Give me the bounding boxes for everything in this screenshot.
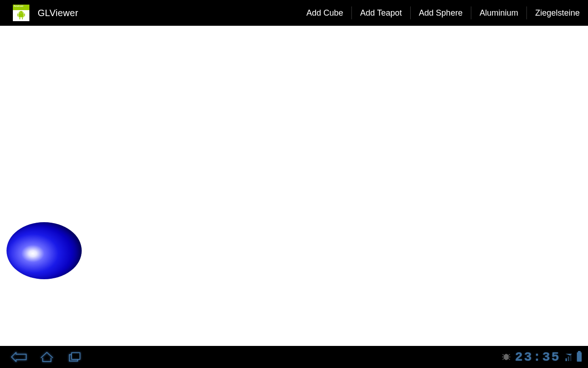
status-area[interactable]: 23:35 [501, 350, 588, 364]
add-cube-button[interactable]: Add Cube [298, 0, 351, 26]
wifi-icon [564, 352, 573, 362]
battery-icon [577, 352, 582, 362]
clock: 23:35 [515, 350, 560, 364]
app-icon-label: Android [13, 5, 29, 10]
svg-rect-1 [17, 13, 18, 16]
back-button[interactable] [6, 348, 32, 366]
svg-rect-10 [565, 358, 567, 361]
nav-buttons [6, 348, 87, 366]
system-bar: 23:35 [0, 346, 588, 368]
svg-point-9 [504, 354, 508, 360]
svg-rect-4 [22, 17, 23, 20]
back-icon [11, 351, 28, 363]
home-button[interactable] [34, 348, 60, 366]
add-sphere-button[interactable]: Add Sphere [411, 0, 471, 26]
android-icon [16, 10, 26, 20]
recent-apps-icon [66, 351, 83, 363]
recent-apps-button[interactable] [62, 348, 87, 366]
app-icon: Android [13, 5, 29, 21]
scene-sphere[interactable] [6, 222, 82, 279]
svg-point-5 [20, 12, 20, 12]
app-title: GLViewer [38, 8, 78, 18]
gl-viewport[interactable] [0, 26, 588, 346]
action-items: Add Cube Add Teapot Add Sphere Aluminium… [298, 0, 588, 26]
svg-rect-0 [19, 13, 24, 17]
debug-bee-icon [501, 353, 511, 361]
svg-rect-3 [19, 17, 20, 20]
home-icon [38, 351, 56, 363]
add-teapot-button[interactable]: Add Teapot [352, 0, 410, 26]
action-bar: Android GLViewer Add Cube Add Teapot Add… [0, 0, 588, 26]
svg-point-6 [22, 12, 23, 12]
svg-rect-2 [24, 13, 25, 16]
svg-rect-8 [72, 353, 80, 359]
aluminium-button[interactable]: Aluminium [471, 0, 526, 26]
svg-rect-11 [568, 356, 569, 361]
ziegelsteine-button[interactable]: Ziegelsteine [527, 0, 588, 26]
